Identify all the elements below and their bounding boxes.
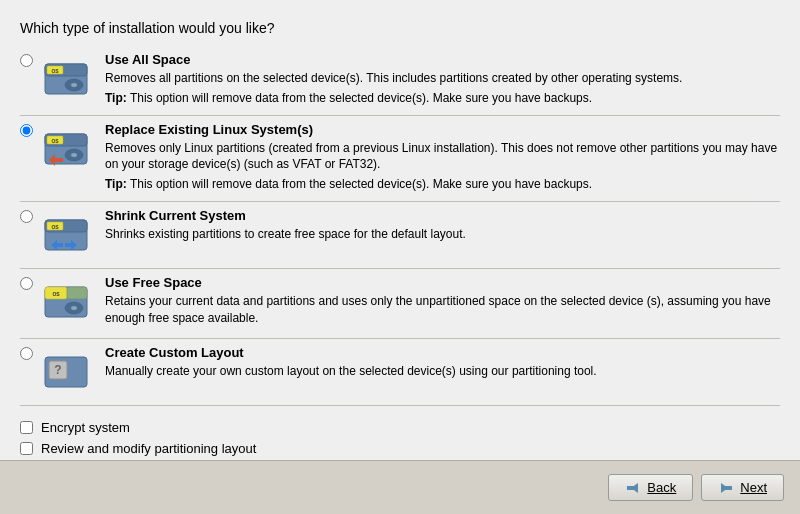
back-button[interactable]: Back — [608, 474, 693, 501]
option-text-2: Replace Existing Linux System(s) Removes… — [105, 122, 780, 193]
option-replace-existing: OS Replace Existing Linux System(s) Remo… — [20, 122, 780, 193]
next-arrow-icon — [718, 481, 734, 495]
option-tip-1: Tip: This option will remove data from t… — [105, 90, 780, 107]
option-title-1: Use All Space — [105, 52, 780, 67]
svg-text:OS: OS — [52, 291, 60, 297]
encrypt-system-checkbox[interactable] — [20, 421, 33, 434]
icon-col-2: OS — [41, 122, 95, 174]
svg-text:OS: OS — [51, 138, 59, 144]
next-button[interactable]: Next — [701, 474, 784, 501]
svg-point-5 — [71, 83, 77, 87]
option-desc-4: Retains your current data and partitions… — [105, 293, 780, 327]
svg-rect-26 — [627, 486, 634, 490]
radio-use-free-space[interactable] — [20, 277, 33, 290]
radio-create-custom[interactable] — [20, 347, 33, 360]
radio-replace-existing[interactable] — [20, 124, 33, 137]
divider-4 — [20, 338, 780, 339]
divider-1 — [20, 115, 780, 116]
option-title-4: Use Free Space — [105, 275, 780, 290]
svg-text:?: ? — [54, 363, 61, 377]
option-desc-5: Manually create your own custom layout o… — [105, 363, 780, 380]
radio-col-5 — [20, 345, 33, 363]
disk-icon-1: OS — [41, 54, 91, 104]
option-title-5: Create Custom Layout — [105, 345, 780, 360]
back-label: Back — [647, 480, 676, 495]
option-use-free-space: OS Use Free Space Retains your current d… — [20, 275, 780, 330]
checkboxes-section: Encrypt system Review and modify partiti… — [20, 412, 780, 460]
radio-shrink-current[interactable] — [20, 210, 33, 223]
option-create-custom: ? Create Custom Layout Manually create y… — [20, 345, 780, 397]
review-partitioning-checkbox[interactable] — [20, 442, 33, 455]
option-shrink-current: OS Shrink Current System Shrinks existin… — [20, 208, 780, 260]
option-text-3: Shrink Current System Shrinks existing p… — [105, 208, 780, 246]
encrypt-system-label[interactable]: Encrypt system — [41, 420, 130, 435]
page-question: Which type of installation would you lik… — [20, 20, 780, 36]
radio-col-1 — [20, 52, 33, 70]
review-partitioning-row: Review and modify partitioning layout — [20, 441, 780, 456]
radio-col-2 — [20, 122, 33, 140]
icon-col-4: OS — [41, 275, 95, 327]
svg-rect-28 — [725, 486, 732, 490]
review-partitioning-label[interactable]: Review and modify partitioning layout — [41, 441, 256, 456]
radio-use-all-space[interactable] — [20, 54, 33, 67]
next-label: Next — [740, 480, 767, 495]
disk-icon-3: OS — [41, 210, 91, 260]
svg-point-11 — [71, 153, 77, 157]
divider-5 — [20, 405, 780, 406]
option-text-1: Use All Space Removes all partitions on … — [105, 52, 780, 107]
svg-text:OS: OS — [51, 224, 59, 230]
main-content: Which type of installation would you lik… — [0, 0, 800, 460]
option-desc-1: Removes all partitions on the selected d… — [105, 70, 780, 87]
option-title-2: Replace Existing Linux System(s) — [105, 122, 780, 137]
option-tip-2: Tip: This option will remove data from t… — [105, 176, 780, 193]
radio-col-3 — [20, 208, 33, 226]
option-title-3: Shrink Current System — [105, 208, 780, 223]
back-arrow-icon — [625, 481, 641, 495]
option-desc-3: Shrinks existing partitions to create fr… — [105, 226, 780, 243]
svg-point-21 — [71, 306, 77, 310]
disk-icon-4: OS — [41, 277, 91, 327]
option-use-all-space: OS Use All Space Removes all partitions … — [20, 52, 780, 107]
option-text-4: Use Free Space Retains your current data… — [105, 275, 780, 330]
svg-text:OS: OS — [51, 68, 59, 74]
bottom-bar: Back Next — [0, 460, 800, 514]
disk-icon-2: OS — [41, 124, 91, 174]
icon-col-3: OS — [41, 208, 95, 260]
disk-icon-5: ? — [41, 347, 91, 397]
radio-col-4 — [20, 275, 33, 293]
divider-2 — [20, 201, 780, 202]
icon-col-1: OS — [41, 52, 95, 104]
divider-3 — [20, 268, 780, 269]
option-text-5: Create Custom Layout Manually create you… — [105, 345, 780, 383]
svg-rect-19 — [67, 287, 87, 299]
encrypt-system-row: Encrypt system — [20, 420, 780, 435]
icon-col-5: ? — [41, 345, 95, 397]
option-desc-2: Removes only Linux partitions (created f… — [105, 140, 780, 174]
